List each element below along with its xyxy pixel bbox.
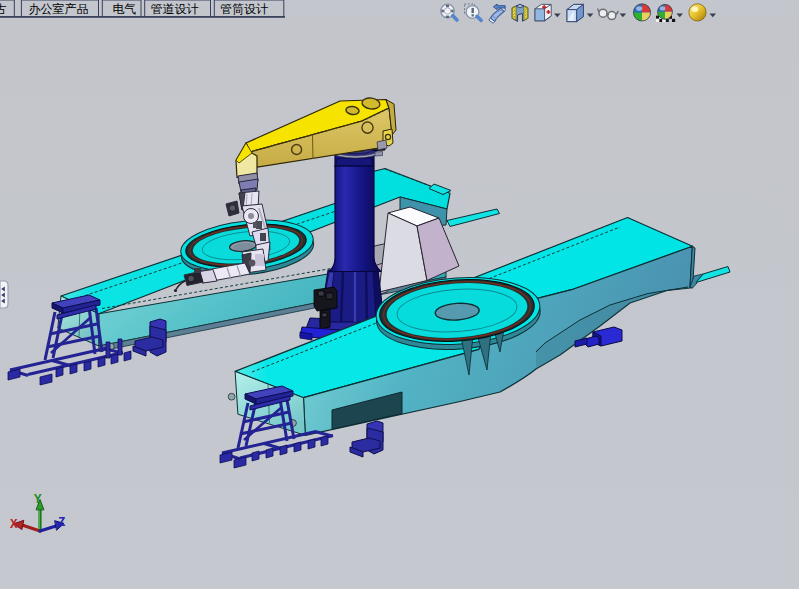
svg-text:X: X bbox=[10, 518, 18, 532]
svg-text:办公室产品: 办公室产品 bbox=[29, 2, 89, 16]
svg-text:Z: Z bbox=[58, 516, 66, 530]
svg-text:管筒设计: 管筒设计 bbox=[220, 2, 268, 16]
svg-text:古: 古 bbox=[0, 2, 7, 16]
svg-text:Y: Y bbox=[34, 493, 42, 507]
svg-text:管道设计: 管道设计 bbox=[151, 2, 199, 16]
svg-text:电气: 电气 bbox=[113, 2, 137, 16]
